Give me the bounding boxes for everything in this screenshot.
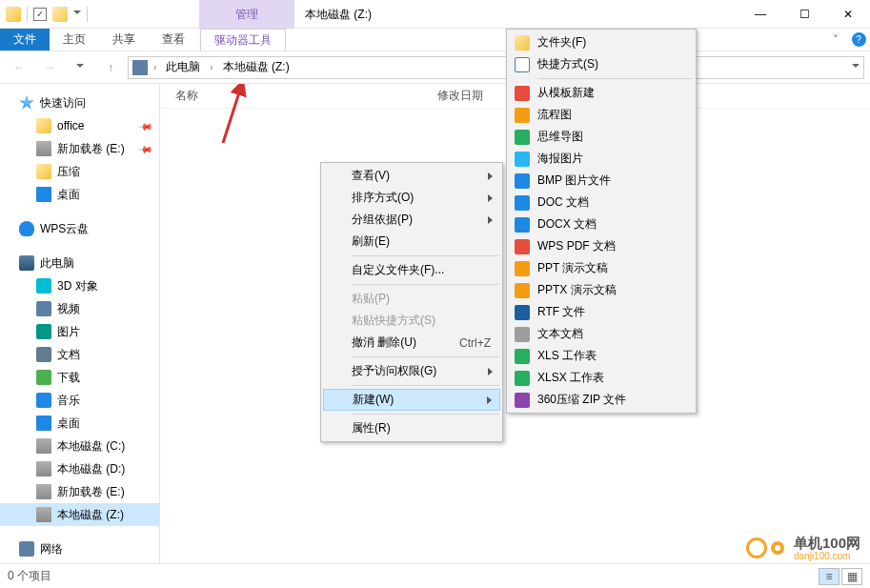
- submenu-item[interactable]: 海报图片: [509, 148, 694, 170]
- submenu-item[interactable]: XLSX 工作表: [509, 367, 694, 389]
- menu-item[interactable]: 刷新(E): [323, 231, 500, 253]
- qat-dropdown[interactable]: [73, 10, 81, 18]
- ribbon-expand-button[interactable]: ˅: [824, 29, 847, 51]
- system-icon[interactable]: [6, 7, 21, 22]
- submenu-arrow-icon: [487, 396, 492, 404]
- submenu-item[interactable]: 思维导图: [509, 126, 694, 148]
- nav-quick-access[interactable]: 快速访问: [0, 91, 159, 114]
- submenu-item[interactable]: 360压缩 ZIP 文件: [509, 389, 694, 411]
- menu-separator: [537, 78, 693, 79]
- breadcrumb[interactable]: › 此电脑 › 本地磁盘 (Z:): [128, 56, 864, 79]
- forward-button[interactable]: →: [36, 54, 63, 81]
- nav-quick-item[interactable]: 桌面: [0, 183, 159, 206]
- menu-item[interactable]: 授予访问权限(G): [323, 360, 500, 382]
- nav-pc-item[interactable]: 新加载卷 (E:): [0, 480, 159, 503]
- tab-home[interactable]: 主页: [50, 29, 99, 51]
- nav-network[interactable]: 网络: [0, 537, 159, 560]
- menu-item[interactable]: 分组依据(P): [323, 209, 500, 231]
- nav-item-label: 3D 对象: [57, 278, 98, 294]
- file-type-icon: [515, 86, 530, 101]
- menu-item[interactable]: 撤消 删除(U)Ctrl+Z: [323, 332, 500, 354]
- tab-file[interactable]: 文件: [0, 29, 50, 51]
- menu-item-label: 查看(V): [352, 168, 390, 184]
- nav-pc-item[interactable]: 文档: [0, 343, 159, 366]
- help-button[interactable]: ?: [847, 29, 870, 51]
- submenu-item[interactable]: 文件夹(F): [509, 31, 694, 53]
- submenu-item[interactable]: PPTX 演示文稿: [509, 279, 694, 301]
- up-button[interactable]: ↑: [97, 54, 124, 81]
- nav-pc-item[interactable]: 图片: [0, 320, 159, 343]
- nav-pc-item[interactable]: 视频: [0, 297, 159, 320]
- nav-quick-item[interactable]: 新加载卷 (E:)📌: [0, 137, 159, 160]
- nav-quick-item[interactable]: office📌: [0, 114, 159, 137]
- submenu-item[interactable]: XLS 工作表: [509, 345, 694, 367]
- breadcrumb-current[interactable]: 本地磁盘 (Z:): [219, 59, 293, 75]
- menu-item[interactable]: 自定义文件夹(F)...: [323, 259, 500, 281]
- submenu-item[interactable]: 文本文档: [509, 323, 694, 345]
- column-name[interactable]: 名称: [160, 88, 422, 104]
- submenu-arrow-icon: [488, 368, 493, 375]
- menu-item-label: 分组依据(P): [352, 212, 413, 228]
- chevron-right-icon[interactable]: ›: [206, 62, 216, 72]
- tab-view[interactable]: 查看: [149, 29, 198, 51]
- nav-quick-item[interactable]: 压缩: [0, 160, 159, 183]
- nav-item-icon: [36, 187, 51, 202]
- submenu-item[interactable]: BMP 图片文件: [509, 170, 694, 192]
- nav-item-label: 桌面: [57, 187, 80, 203]
- submenu-item-label: PPT 演示文稿: [537, 260, 608, 276]
- submenu-item[interactable]: DOC 文档: [509, 192, 694, 213]
- nav-pc-item[interactable]: 本地磁盘 (C:): [0, 435, 159, 457]
- submenu-item-label: 360压缩 ZIP 文件: [537, 392, 626, 408]
- nav-item-icon: [36, 301, 51, 316]
- nav-pc-item[interactable]: 本地磁盘 (Z:): [0, 503, 159, 526]
- nav-pc-item[interactable]: 本地磁盘 (D:): [0, 457, 159, 480]
- new-submenu: 文件夹(F)快捷方式(S)从模板新建流程图思维导图海报图片BMP 图片文件DOC…: [506, 29, 697, 414]
- nav-this-pc[interactable]: 此电脑: [0, 252, 159, 274]
- navigation-pane[interactable]: 快速访问 office📌新加载卷 (E:)📌压缩桌面 WPS云盘 此电脑 3D …: [0, 84, 160, 563]
- nav-pc-item[interactable]: 3D 对象: [0, 274, 159, 297]
- menu-item-label: 撤消 删除(U): [352, 335, 416, 351]
- submenu-item[interactable]: 快捷方式(S): [509, 53, 694, 75]
- submenu-item[interactable]: PPT 演示文稿: [509, 257, 694, 279]
- submenu-item[interactable]: 流程图: [509, 104, 694, 126]
- chevron-right-icon[interactable]: ›: [150, 62, 160, 72]
- nav-pc-item[interactable]: 桌面: [0, 412, 159, 435]
- menu-item[interactable]: 属性(R): [323, 417, 500, 439]
- menu-item-label: 排序方式(O): [352, 190, 414, 206]
- submenu-item[interactable]: DOCX 文档: [509, 213, 694, 235]
- submenu-item-label: 文件夹(F): [537, 34, 586, 51]
- minimize-button[interactable]: —: [738, 0, 782, 29]
- nav-pc-item[interactable]: 下载: [0, 366, 159, 389]
- menu-separator: [352, 385, 499, 386]
- nav-item-label: 图片: [57, 324, 80, 340]
- close-button[interactable]: ✕: [826, 0, 870, 29]
- maximize-button[interactable]: ☐: [782, 0, 826, 29]
- back-button[interactable]: ←: [6, 54, 32, 81]
- nav-wps-cloud[interactable]: WPS云盘: [0, 217, 159, 240]
- menu-item[interactable]: 查看(V): [323, 165, 500, 187]
- submenu-item[interactable]: RTF 文件: [509, 301, 694, 323]
- view-icons-button[interactable]: ▦: [841, 568, 862, 585]
- submenu-arrow-icon: [488, 216, 493, 224]
- view-details-button[interactable]: ≡: [819, 568, 840, 585]
- nav-item-label: 压缩: [57, 164, 80, 180]
- ribbon-context-group: 管理: [199, 0, 294, 29]
- nav-item-icon: [36, 278, 51, 294]
- recent-locations-button[interactable]: [67, 54, 93, 81]
- submenu-item[interactable]: WPS PDF 文档: [509, 235, 694, 257]
- submenu-arrow-icon: [488, 172, 493, 180]
- tab-share[interactable]: 共享: [99, 29, 149, 51]
- tab-drive-tools[interactable]: 驱动器工具: [200, 29, 286, 51]
- submenu-item[interactable]: 从模板新建: [509, 82, 694, 104]
- file-type-icon: [515, 195, 530, 211]
- menu-item[interactable]: 排序方式(O): [323, 187, 500, 209]
- nav-pc-item[interactable]: 音乐: [0, 389, 159, 412]
- qat-folder-icon[interactable]: [52, 7, 68, 22]
- nav-item-label: 本地磁盘 (C:): [57, 438, 125, 455]
- path-dropdown[interactable]: [852, 64, 860, 71]
- qat-checkbox[interactable]: ✓: [33, 8, 47, 21]
- breadcrumb-root[interactable]: 此电脑: [162, 59, 204, 75]
- nav-item-label: 音乐: [57, 393, 80, 409]
- menu-item: 粘贴快捷方式(S): [323, 310, 500, 332]
- menu-item[interactable]: 新建(W): [323, 389, 500, 411]
